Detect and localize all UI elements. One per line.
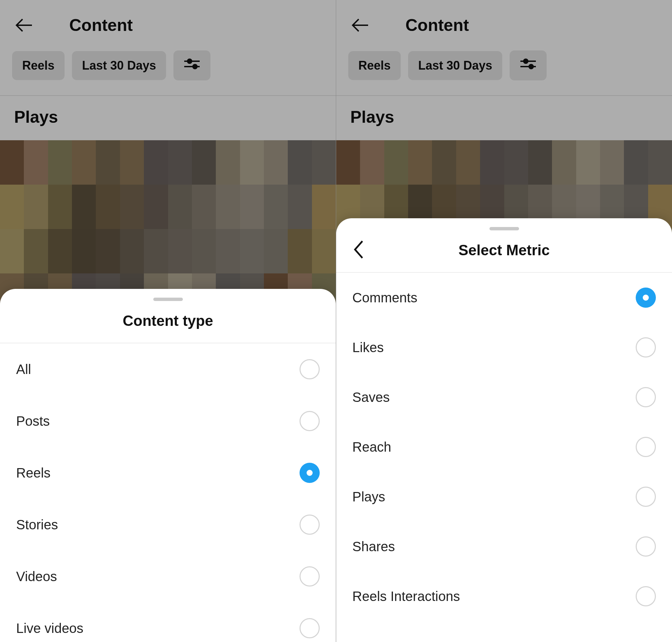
option-label: Shares xyxy=(352,539,395,554)
option-row[interactable]: Comments xyxy=(336,273,672,322)
option-row[interactable]: Reels Interactions xyxy=(336,572,672,621)
sheet-title: Content type xyxy=(123,312,213,329)
option-label: Comments xyxy=(352,290,417,305)
sheet-back-button[interactable] xyxy=(352,239,366,261)
radio-button[interactable] xyxy=(299,463,320,483)
option-label: Videos xyxy=(16,569,57,584)
phone-screen-right: Content Reels Last 30 Days Plays xyxy=(336,0,672,642)
topbar: Content xyxy=(0,0,336,50)
radio-button[interactable] xyxy=(636,337,656,358)
option-label: Reach xyxy=(352,439,391,455)
option-row[interactable]: Saves xyxy=(336,372,672,422)
radio-button[interactable] xyxy=(299,618,320,638)
sheet-title: Select Metric xyxy=(458,242,550,259)
section-title: Plays xyxy=(336,96,672,140)
option-label: Posts xyxy=(16,414,50,429)
sheet-header: Select Metric xyxy=(336,238,672,272)
page-title: Content xyxy=(69,15,133,35)
radio-button[interactable] xyxy=(299,411,320,431)
option-row[interactable]: Videos xyxy=(0,551,336,602)
sheet-grabber[interactable] xyxy=(153,298,183,301)
chevron-left-icon xyxy=(352,239,366,261)
option-row[interactable]: Stories xyxy=(0,499,336,551)
chip-filter-button[interactable] xyxy=(509,50,547,80)
radio-dot xyxy=(643,295,649,301)
option-row[interactable]: Reels xyxy=(0,447,336,499)
chip-filter-button[interactable] xyxy=(173,50,210,80)
option-row[interactable]: Likes xyxy=(336,322,672,372)
chip-date-range[interactable]: Last 30 Days xyxy=(408,51,502,80)
option-row[interactable]: All xyxy=(0,343,336,395)
chip-date-range[interactable]: Last 30 Days xyxy=(72,51,166,80)
option-label: All xyxy=(16,362,31,377)
sheet-grabber[interactable] xyxy=(490,227,519,230)
option-row[interactable]: Reach xyxy=(336,422,672,472)
topbar: Content xyxy=(336,0,672,50)
chip-content-type[interactable]: Reels xyxy=(348,51,401,80)
option-row[interactable]: Shares xyxy=(336,522,672,572)
back-arrow-icon[interactable] xyxy=(348,13,372,37)
filter-sliders-icon xyxy=(183,56,201,74)
radio-button[interactable] xyxy=(636,536,656,556)
filter-chip-row: Reels Last 30 Days xyxy=(0,50,336,95)
option-row[interactable]: Live videos xyxy=(0,602,336,642)
bottom-sheet-content-type: Content type AllPostsReelsStoriesVideosL… xyxy=(0,289,336,642)
phone-screen-left: Content Reels Last 30 Days Plays Content… xyxy=(0,0,336,642)
option-label: Plays xyxy=(352,489,385,504)
section-title: Plays xyxy=(0,96,336,140)
svg-point-2 xyxy=(188,59,192,63)
filter-sliders-icon xyxy=(520,56,537,74)
option-label: Saves xyxy=(352,390,390,405)
option-list: CommentsLikesSavesReachPlaysSharesReels … xyxy=(336,273,672,621)
radio-dot xyxy=(307,470,313,476)
sheet-header: Content type xyxy=(0,308,336,343)
svg-point-4 xyxy=(193,65,197,68)
filter-chip-row: Reels Last 30 Days xyxy=(336,50,672,95)
option-label: Live videos xyxy=(16,621,83,636)
radio-button[interactable] xyxy=(299,515,320,535)
radio-button[interactable] xyxy=(636,287,656,308)
radio-button[interactable] xyxy=(299,359,320,380)
option-list: AllPostsReelsStoriesVideosLive videos xyxy=(0,343,336,642)
option-label: Stories xyxy=(16,517,58,532)
svg-point-7 xyxy=(524,59,528,63)
bottom-sheet-select-metric: Select Metric CommentsLikesSavesReachPla… xyxy=(336,218,672,642)
radio-button[interactable] xyxy=(299,566,320,587)
radio-button[interactable] xyxy=(636,487,656,507)
back-arrow-icon[interactable] xyxy=(12,13,36,37)
option-row[interactable]: Plays xyxy=(336,472,672,522)
chip-content-type[interactable]: Reels xyxy=(12,51,65,80)
radio-button[interactable] xyxy=(636,387,656,407)
svg-point-9 xyxy=(529,65,533,68)
page-title: Content xyxy=(405,15,469,35)
radio-button[interactable] xyxy=(636,437,656,457)
option-label: Reels xyxy=(16,465,50,480)
option-label: Likes xyxy=(352,340,384,355)
option-label: Reels Interactions xyxy=(352,589,460,604)
radio-button[interactable] xyxy=(636,586,656,606)
option-row[interactable]: Posts xyxy=(0,395,336,447)
